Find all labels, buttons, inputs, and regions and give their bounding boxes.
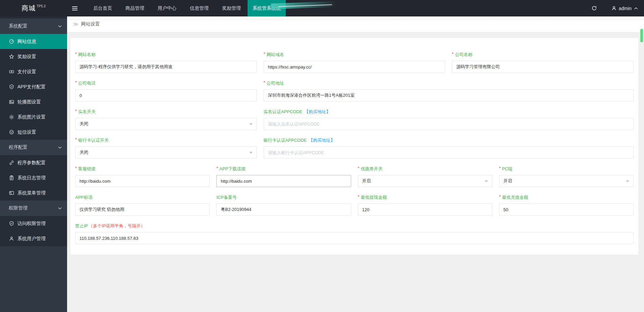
- dropdown-arrow-icon: [249, 123, 253, 125]
- company-address-input[interactable]: [264, 89, 634, 101]
- required-marker: *: [499, 194, 501, 199]
- field-company-name: *公司名称: [452, 51, 634, 73]
- field-app-slogan: APP标语: [75, 194, 210, 216]
- settings-form-panel: *网站名称 *网站域名 *公司名称 *公司电话 *公司地址: [70, 38, 638, 255]
- realname-appcode-input[interactable]: [264, 118, 634, 130]
- sidebar-item-system-logs[interactable]: 系统日志管理: [0, 170, 67, 185]
- nav-item-rewards[interactable]: 奖励管理: [215, 0, 248, 16]
- field-icp-number: ICP备案号: [216, 194, 351, 216]
- sidebar-item-system-image-settings[interactable]: 系统图片设置: [0, 109, 67, 125]
- dropdown-arrow-icon: [626, 180, 629, 182]
- gear-icon: [9, 115, 14, 120]
- app-version: TP5.3: [37, 4, 46, 8]
- field-app-download-link: *APP下载连接: [216, 166, 351, 187]
- field-bankcard-switch: *银行卡认证开关 关闭: [75, 137, 257, 159]
- banned-ip-note: （多个IP请用半角，号隔开）: [89, 223, 145, 229]
- username: admin: [619, 6, 632, 11]
- breadcrumb-marker-icon: ≫: [73, 21, 78, 27]
- banknote-icon: [9, 69, 14, 74]
- top-header: 商城 TP5.3 后台首页 商品管理 用户中心 信息管理 奖励管理 系统管系统统: [0, 0, 644, 16]
- window-icon: [9, 190, 14, 195]
- required-marker: *: [358, 166, 360, 171]
- sidebar-item-site-info[interactable]: 网站信息: [0, 34, 67, 49]
- required-marker: *: [75, 108, 77, 114]
- app-download-link-input[interactable]: [216, 175, 351, 187]
- sidebar-group-system-config[interactable]: 系统配置: [0, 18, 67, 34]
- banned-ip-input[interactable]: [75, 232, 634, 244]
- sidebar-item-carousel-settings[interactable]: 轮播图设置: [0, 94, 67, 109]
- required-marker: *: [75, 166, 77, 171]
- sidebar-group-permissions[interactable]: 权限管理: [0, 200, 67, 216]
- purchase-link[interactable]: 【购买地址】: [309, 137, 335, 143]
- user-menu[interactable]: admin: [611, 6, 638, 11]
- field-realname-appcode: 实名认证APPCODE【购买地址】: [264, 108, 634, 130]
- company-phone-input[interactable]: [75, 89, 257, 101]
- admin-page: 商城 TP5.3 后台首页 商品管理 用户中心 信息管理 奖励管理 系统管系统统: [0, 0, 644, 312]
- shield-check-icon: [9, 221, 14, 226]
- bankcard-switch-select[interactable]: 关闭: [75, 146, 257, 159]
- app-title: 商城: [21, 4, 36, 13]
- site-name-input[interactable]: [75, 61, 257, 73]
- field-banned-ip: 禁止IP（多个IP请用半角，号隔开）: [75, 223, 634, 244]
- required-marker: *: [75, 51, 77, 56]
- site-domain-input[interactable]: [264, 61, 445, 73]
- sidebar-item-access-permissions[interactable]: 访问权限管理: [0, 216, 67, 231]
- sidebar-item-app-payment-config[interactable]: APP支付配置: [0, 79, 67, 94]
- coupon-switch-select[interactable]: 开启: [358, 175, 492, 187]
- sidebar-toggle-button[interactable]: [67, 0, 83, 16]
- app-logo[interactable]: 商城 TP5.3: [0, 0, 67, 16]
- dropdown-arrow-icon: [485, 180, 488, 182]
- pc-switch-select[interactable]: 开启: [499, 175, 634, 187]
- main-content: ≫ 网站设置 *网站名称 *网站域名 *公司名称: [67, 16, 644, 312]
- nav-item-info[interactable]: 信息管理: [183, 0, 215, 16]
- field-bankcard-appcode: 银行卡认证APPCODE【购买地址】: [264, 137, 634, 159]
- clipboard-icon: [9, 175, 14, 180]
- image-icon: [9, 99, 14, 104]
- field-coupon-switch: *优惠券开关 开启: [358, 166, 492, 187]
- sidebar-item-reward-settings[interactable]: 奖励设置: [0, 49, 67, 64]
- service-link-input[interactable]: [75, 175, 210, 187]
- chevron-up-icon: [634, 7, 638, 10]
- field-service-link: *客服链接: [75, 166, 210, 187]
- field-site-name: *网站名称: [75, 51, 257, 73]
- sidebar-item-system-users[interactable]: 系统用户管理: [0, 231, 67, 246]
- sidebar-item-program-params[interactable]: 程序参数配置: [0, 155, 67, 170]
- nav-item-system[interactable]: 系统管系统统: [248, 0, 286, 16]
- gauge-icon: [9, 39, 14, 44]
- scrollbar-thumb[interactable]: [640, 29, 643, 42]
- field-realname-switch: *实名开关 关闭: [75, 108, 257, 130]
- icp-number-input[interactable]: [216, 204, 351, 216]
- required-marker: *: [75, 137, 77, 142]
- required-marker: *: [216, 166, 218, 171]
- required-marker: *: [264, 80, 265, 85]
- nav-item-system-label: 系统管系统统: [253, 5, 281, 11]
- header-actions: admin: [587, 0, 644, 16]
- field-company-phone: *公司电话: [75, 80, 257, 101]
- person-icon: [611, 6, 616, 11]
- chevron-down-icon: [58, 25, 62, 28]
- dropdown-arrow-icon: [249, 152, 253, 154]
- min-recharge-input[interactable]: [499, 204, 634, 216]
- bankcard-appcode-input[interactable]: [264, 146, 634, 159]
- purchase-link[interactable]: 【购买地址】: [304, 109, 330, 115]
- sidebar-group-program-config[interactable]: 程序配置: [0, 140, 67, 155]
- required-marker: *: [452, 51, 453, 56]
- star-icon: [9, 54, 14, 59]
- page-title: 网站设置: [81, 21, 100, 27]
- top-nav: 后台首页 商品管理 用户中心 信息管理 奖励管理 系统管系统统: [87, 0, 286, 16]
- nav-item-users[interactable]: 用户中心: [151, 0, 183, 16]
- nav-item-dashboard[interactable]: 后台首页: [87, 0, 119, 16]
- sidebar-item-sms-settings[interactable]: 短信设置: [0, 125, 67, 140]
- refresh-button[interactable]: [587, 0, 602, 16]
- realname-switch-select[interactable]: 关闭: [75, 118, 257, 130]
- sidebar-item-payment-settings[interactable]: 支付设置: [0, 64, 67, 79]
- min-withdraw-input[interactable]: [358, 204, 492, 216]
- required-marker: *: [358, 194, 360, 199]
- company-name-input[interactable]: [452, 61, 634, 73]
- sidebar-item-system-menu[interactable]: 系统菜单管理: [0, 185, 67, 200]
- render-artifact: [271, 1, 336, 9]
- nav-item-goods[interactable]: 商品管理: [119, 0, 151, 16]
- app-slogan-input[interactable]: [75, 204, 210, 216]
- field-site-domain: *网站域名: [264, 51, 445, 73]
- field-min-withdraw: *最低提现金额: [358, 194, 492, 216]
